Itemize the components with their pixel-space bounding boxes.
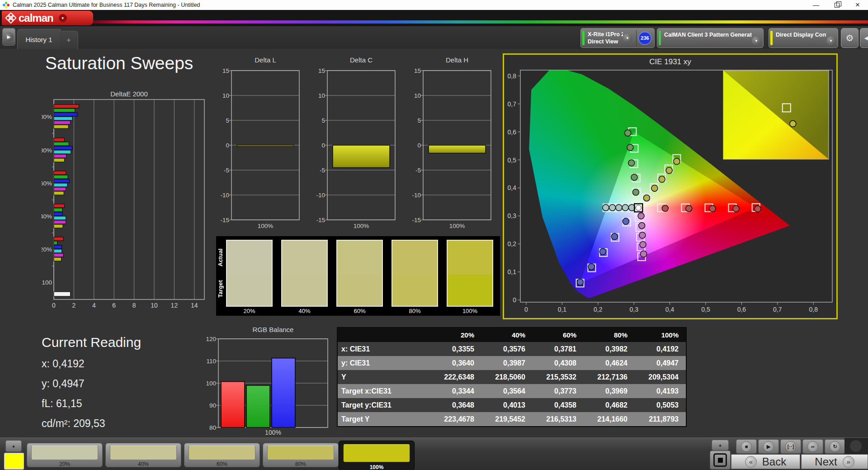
svg-text:110: 110 xyxy=(206,358,216,365)
table-row: Target y:CIE310,36480,40130,43580,46820,… xyxy=(337,398,686,412)
bottom-bar: ▲ 20%40%60%80%100% ▲ ■▶[··]∞↻ « Back Nex… xyxy=(0,437,868,470)
quick-color-swatch[interactable] xyxy=(4,453,24,470)
svg-text:60%: 60% xyxy=(42,180,52,187)
table-cell: 209,5304 xyxy=(635,370,686,384)
refresh-button[interactable]: ↻ xyxy=(825,439,845,454)
table-cell: 0,4682 xyxy=(584,398,635,412)
calman-menu-button[interactable]: calman ▼ xyxy=(2,11,93,25)
delta-h-chart: Delta H151050-5-10-15100% xyxy=(408,53,498,231)
play-button[interactable]: ▶ xyxy=(758,439,779,454)
svg-text:15: 15 xyxy=(414,67,421,74)
swatch-label: 40% xyxy=(281,308,328,314)
stop-square-icon xyxy=(713,453,727,467)
play-icon: ▶ xyxy=(763,441,774,452)
table-cell: 0,3564 xyxy=(481,384,533,398)
close-button[interactable]: × xyxy=(847,0,868,10)
row-label: y: CIE31 xyxy=(337,356,430,370)
brand-bar xyxy=(0,10,868,26)
row-label: Target x:CIE31 xyxy=(337,384,430,398)
expand-transport-panel-button[interactable]: ▲ xyxy=(712,440,729,451)
table-cell: 211,8793 xyxy=(635,412,686,427)
svg-text:-10: -10 xyxy=(412,192,421,199)
brand-name: calman xyxy=(19,12,53,24)
svg-text:14: 14 xyxy=(191,302,198,309)
swatch-100% xyxy=(447,240,493,307)
meter-mode: Direct View xyxy=(588,38,618,45)
row-label: Target Y xyxy=(337,412,430,427)
delta-c-chart: Delta C151050-5-10-15100% xyxy=(312,53,402,231)
current-reading-title: Current Reading xyxy=(42,335,141,350)
calman-app-window: Calman 2025 Calman Ultimate for Business… xyxy=(0,0,868,470)
row-label: x: CIE31 xyxy=(337,342,430,356)
stop-button[interactable]: ■ xyxy=(736,439,757,454)
svg-text:5: 5 xyxy=(226,117,229,124)
single-measure-icon: [··] xyxy=(785,441,796,452)
svg-text:12: 12 xyxy=(171,302,178,309)
column-header-20%: 20% xyxy=(430,328,481,342)
collapse-panel-button[interactable]: ◀ xyxy=(860,28,868,48)
next-button[interactable]: Next » xyxy=(801,454,868,469)
table-cell: 223,4678 xyxy=(430,412,481,427)
svg-text:0: 0 xyxy=(321,142,325,149)
svg-text:100%: 100% xyxy=(265,429,281,436)
saturation-patch-20%[interactable]: 20% xyxy=(27,443,103,467)
svg-text:100%: 100% xyxy=(449,223,465,229)
svg-text:100%: 100% xyxy=(354,223,369,229)
continuous-button[interactable]: ∞ xyxy=(802,439,823,454)
reading-x: x: 0,4192 xyxy=(42,358,141,370)
actual-target-swatch-strip: Actual Target 20%40%60%80%100% xyxy=(216,236,500,316)
table-cell: 218,5060 xyxy=(481,370,533,384)
display-control-label: Direct Display Control xyxy=(773,31,826,38)
table-cell: 0,4193 xyxy=(635,384,686,398)
expand-patch-panel-button[interactable]: ▲ xyxy=(5,440,22,452)
cie-1931-panel[interactable]: CIE 1931 xy 00,10,20,30,40,50,60,70,800,… xyxy=(503,53,838,319)
layout-nav-button[interactable]: ▶ xyxy=(2,28,15,46)
page-title: Saturation Sweeps xyxy=(45,53,193,73)
back-button[interactable]: « Back xyxy=(731,454,800,469)
saturation-patch-60%[interactable]: 60% xyxy=(184,443,260,467)
svg-text:0,8: 0,8 xyxy=(508,72,517,80)
patch-color xyxy=(343,444,410,462)
svg-text:100: 100 xyxy=(42,279,52,286)
saturation-patch-80%[interactable]: 80% xyxy=(263,443,339,467)
svg-text:15: 15 xyxy=(222,67,229,74)
svg-text:0,2: 0,2 xyxy=(594,306,603,313)
patch-label: 60% xyxy=(184,461,259,467)
svg-text:DeltaE 2000: DeltaE 2000 xyxy=(110,90,148,98)
patch-label: 20% xyxy=(27,461,102,467)
deltae-2000-chart: DeltaE 200002468101214100%80%60%40%20%10… xyxy=(42,90,208,313)
svg-text:0: 0 xyxy=(513,296,516,304)
delta-l-chart: Delta L151050-5-10-15100% xyxy=(216,53,307,231)
back-label: Back xyxy=(762,456,786,468)
saturation-patch-40%[interactable]: 40% xyxy=(105,443,181,467)
table-cell: 0,4947 xyxy=(635,356,686,370)
meter-dropdown[interactable]: X-Rite i1Pro 2 Direct View ▼ 236 xyxy=(580,28,655,48)
saturation-patch-100%[interactable]: 100% xyxy=(339,441,415,470)
divider xyxy=(636,30,637,46)
pattern-generator-dropdown[interactable]: CalMAN Client 3 Pattern Generator ▼ xyxy=(657,28,764,48)
patch-color xyxy=(189,446,255,460)
saturation-results-table: 20%40%60%80%100%x: CIE310,33550,35760,37… xyxy=(337,327,687,427)
svg-text:80%: 80% xyxy=(42,147,52,154)
svg-text:0,3: 0,3 xyxy=(629,306,638,313)
svg-text:0: 0 xyxy=(52,302,56,309)
minimize-button[interactable]: — xyxy=(806,0,826,10)
reading-cd/m²: cd/m²: 209,53 xyxy=(42,418,141,430)
add-tab-button[interactable]: + xyxy=(60,31,78,49)
patch-label: 40% xyxy=(106,461,181,467)
table-cell: 0,3648 xyxy=(430,398,481,412)
settings-button[interactable]: ⚙ xyxy=(841,28,859,48)
tab-history-1[interactable]: History 1 xyxy=(17,29,61,49)
single-measure-button[interactable]: [··] xyxy=(780,439,801,454)
stop-measure-button[interactable] xyxy=(710,451,731,470)
svg-text:-10: -10 xyxy=(220,192,229,199)
svg-text:0: 0 xyxy=(226,142,229,149)
restore-button[interactable] xyxy=(826,0,847,10)
display-control-dropdown[interactable]: Direct Display Control ▼ xyxy=(769,28,838,48)
table-corner xyxy=(337,328,430,342)
table-cell: 0,3987 xyxy=(481,356,533,370)
swatch-label: 60% xyxy=(336,308,383,314)
reading-fL: fL: 61,15 xyxy=(42,398,141,410)
gear-icon: ⚙ xyxy=(846,33,854,43)
title-bar: Calman 2025 Calman Ultimate for Business… xyxy=(0,0,868,10)
